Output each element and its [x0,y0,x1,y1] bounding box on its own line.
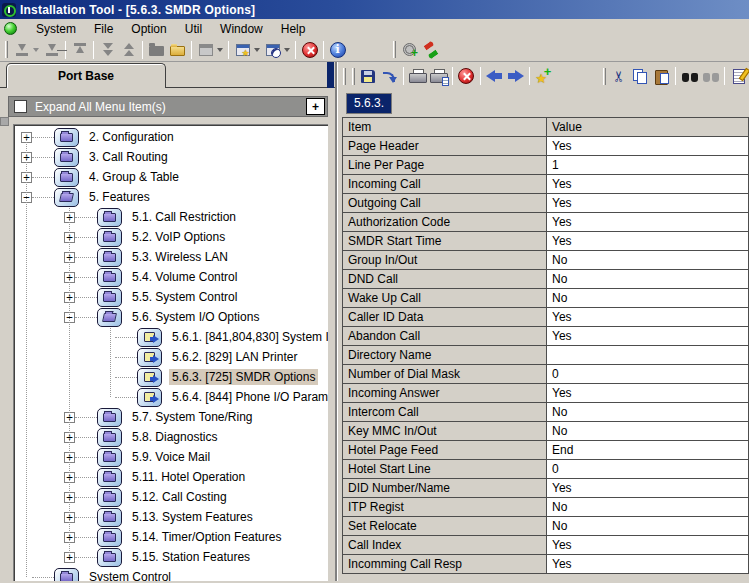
tree-item-label[interactable]: 3. Call Routing [86,149,171,165]
value-cell[interactable]: No [547,289,749,308]
tree-item-label[interactable]: 5.4. Volume Control [129,269,240,285]
gear-add-icon[interactable] [399,40,420,60]
chevron-down-icon[interactable] [217,48,223,52]
tree-item[interactable]: +2. Configuration [14,127,328,147]
menu-item-option[interactable]: Option [122,20,175,38]
expand-all-plus-button[interactable]: + [306,98,325,115]
tree-item[interactable]: +5.4. Volume Control [14,267,328,287]
tree-item-label[interactable]: 5.5. System Control [129,289,240,305]
tree-item[interactable]: +5.3. Wireless LAN [14,247,328,267]
value-cell[interactable]: 0 [547,365,749,384]
toolbar-grip[interactable] [343,68,346,85]
value-cell[interactable]: Yes [547,536,749,555]
value-cell[interactable]: Yes [547,479,749,498]
menu-item-window[interactable]: Window [211,20,272,38]
tree-item-label[interactable]: 5.12. Call Costing [129,489,230,505]
transfer-arrows-icon[interactable] [420,40,441,60]
tree-item[interactable]: +3. Call Routing [14,147,328,167]
tree-item-label[interactable]: 5.1. Call Restriction [129,209,239,225]
toolbar-grip[interactable] [393,41,396,58]
value-cell[interactable]: Yes [547,555,749,574]
tree-item-label[interactable]: 5.11. Hotel Operation [129,469,248,485]
tree-item[interactable]: −5.6. System I/O Options [14,307,328,327]
value-cell[interactable]: Yes [547,327,749,346]
device-time-icon[interactable] [262,40,283,60]
redo-icon[interactable] [379,66,400,86]
value-cell[interactable]: Yes [547,213,749,232]
paste-icon[interactable] [651,66,672,86]
open-folder-icon[interactable] [167,40,188,60]
tree-item-label[interactable]: 5.3. Wireless LAN [129,249,231,265]
stop-icon[interactable] [456,66,477,86]
closed-folder-icon[interactable] [146,40,167,60]
tree-item[interactable]: −5. Features [14,187,328,207]
value-cell[interactable]: 1 [547,156,749,175]
value-cell[interactable]: No [547,498,749,517]
menu-item-file[interactable]: File [85,20,122,38]
tab-port-base[interactable]: Port Base [6,63,166,88]
value-cell[interactable]: Yes [547,137,749,156]
menu-item-help[interactable]: Help [272,20,315,38]
column-header-item[interactable]: Item [343,118,547,137]
toolbar-grip[interactable] [603,68,606,85]
tree-item[interactable]: 5.6.1. [841,804,830] System I/O P [14,327,328,347]
tree-item[interactable]: 5.6.4. [844] Phone I/O Parameter [14,387,328,407]
find-icon[interactable] [679,66,700,86]
tree-item-label[interactable]: 4. Group & Table [86,169,182,185]
tree-item[interactable]: System Control [14,567,328,581]
expand-all-checkbox[interactable] [14,100,27,113]
tree-item-label[interactable]: 5.14. Timer/Option Features [129,529,284,545]
column-header-value[interactable]: Value [547,118,749,137]
info-icon[interactable] [327,40,348,60]
value-cell[interactable]: Yes [547,232,749,251]
save-icon[interactable] [358,66,379,86]
find-next-icon[interactable] [700,66,721,86]
star-add-icon[interactable] [533,66,554,86]
value-cell[interactable]: Yes [547,194,749,213]
value-cell[interactable]: 0 [547,460,749,479]
tree-item[interactable]: +5.1. Call Restriction [14,207,328,227]
tree-item[interactable]: +5.13. System Features [14,507,328,527]
back-arrow-icon[interactable] [484,66,505,86]
value-cell[interactable]: Yes [547,384,749,403]
value-cell[interactable]: Yes [547,308,749,327]
value-cell[interactable] [547,346,749,365]
tree-item-label[interactable]: 5.6.3. [725] SMDR Options [169,369,318,385]
upload-all-icon[interactable] [118,40,139,60]
tree-item[interactable]: +5.5. System Control [14,287,328,307]
tree-item-label[interactable]: 5.13. System Features [129,509,256,525]
forward-arrow-icon[interactable] [505,66,526,86]
tree-item-label[interactable]: 5.15. Station Features [129,549,253,565]
tree-item-label[interactable]: 5.7. System Tone/Ring [129,409,256,425]
print-icon[interactable] [407,66,428,86]
tree-item-label[interactable]: 5.2. VoIP Options [129,229,228,245]
value-cell[interactable]: No [547,422,749,441]
tree-item-label[interactable]: 5.6.4. [844] Phone I/O Parameter [169,389,328,405]
value-cell[interactable]: End [547,441,749,460]
value-cell[interactable]: No [547,517,749,536]
tree-item-label[interactable]: 2. Configuration [86,129,177,145]
tree-item[interactable]: +5.7. System Tone/Ring [14,407,328,427]
download-all-icon[interactable] [97,40,118,60]
tree-item-label[interactable]: System Control [86,569,174,581]
value-cell[interactable]: No [547,270,749,289]
tree-item[interactable]: 5.6.2. [829] LAN Printer [14,347,328,367]
tree-item[interactable]: +5.9. Voice Mail [14,447,328,467]
menu-item-util[interactable]: Util [176,20,211,38]
tree-item[interactable]: +5.8. Diagnostics [14,427,328,447]
toolbar-grip[interactable] [5,41,8,58]
tree-item-label[interactable]: 5.6. System I/O Options [129,309,262,325]
view-window-icon[interactable] [195,40,216,60]
tree-item[interactable]: +5.14. Timer/Option Features [14,527,328,547]
tree-item-label[interactable]: 5.6.1. [841,804,830] System I/O P [169,329,328,345]
device-add-icon[interactable] [232,40,253,60]
chevron-down-icon[interactable] [254,48,260,52]
chevron-down-icon[interactable] [33,48,39,52]
tree-item[interactable]: +5.2. VoIP Options [14,227,328,247]
tree-item[interactable]: 5.6.3. [725] SMDR Options [14,367,328,387]
value-cell[interactable]: No [547,403,749,422]
chevron-down-icon[interactable] [284,48,290,52]
report-icon[interactable] [728,66,749,86]
receive-all-mmc-icon[interactable] [41,40,62,60]
tree-item[interactable]: +4. Group & Table [14,167,328,187]
